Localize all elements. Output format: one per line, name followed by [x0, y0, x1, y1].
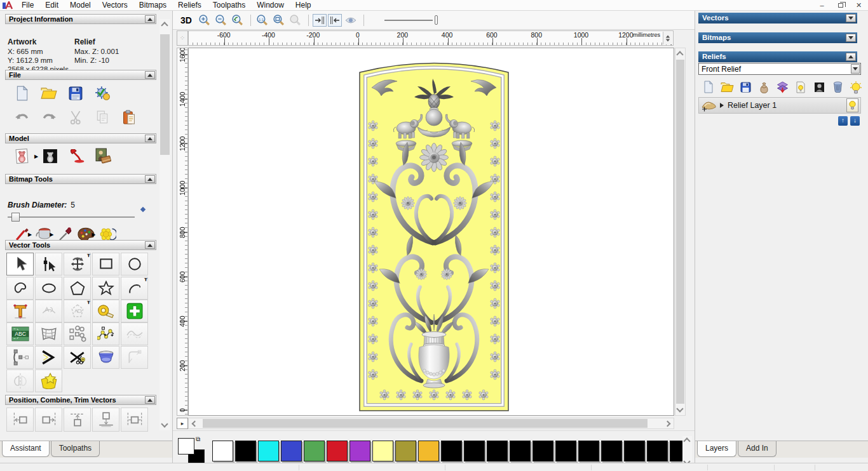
align-top-icon[interactable]	[64, 408, 91, 432]
primary-colour-swatch[interactable]	[178, 438, 194, 454]
delete-relief-layer-icon[interactable]	[829, 79, 846, 95]
relief-selector-dropdown[interactable]: Front Relief	[698, 63, 861, 75]
flyout-arrow-icon[interactable]: ▶	[34, 154, 38, 159]
cut-icon[interactable]	[66, 109, 85, 126]
slider-handle[interactable]	[11, 213, 20, 222]
measure-icon[interactable]	[92, 300, 119, 322]
tab-add-in[interactable]: Add In	[738, 441, 776, 457]
save-model-icon[interactable]	[66, 84, 85, 102]
preview-relief-layer-icon[interactable]	[792, 79, 809, 95]
set-model-size-icon[interactable]	[13, 147, 32, 165]
open-relief-layer-icon[interactable]	[719, 79, 735, 95]
scrollbar-thumb[interactable]	[676, 60, 684, 404]
layer-visibility-icon[interactable]	[846, 98, 858, 112]
scroll-right-icon[interactable]	[665, 421, 671, 427]
bitmaps-header[interactable]: Bitmaps	[698, 32, 857, 43]
undo-icon[interactable]	[13, 109, 32, 126]
vector-doctor-icon[interactable]	[121, 300, 148, 322]
trim-vectors-icon[interactable]	[64, 346, 91, 369]
offset-vectors-icon[interactable]	[121, 322, 148, 345]
create-text-icon[interactable]	[6, 300, 34, 322]
menu-item[interactable]: Window	[251, 0, 290, 10]
fit-curve-icon[interactable]	[92, 322, 119, 345]
scroll-up-icon[interactable]	[676, 51, 683, 58]
menu-item[interactable]: File	[16, 0, 39, 10]
collapse-model-button[interactable]	[145, 135, 155, 142]
zoom-out-icon[interactable]	[214, 13, 229, 27]
collapse-bitmap-tools-button[interactable]	[145, 175, 155, 183]
primary-secondary-colour[interactable]: ⧉	[178, 437, 207, 466]
palette-swatch[interactable]	[349, 441, 370, 461]
contrast-slider[interactable]	[384, 15, 438, 26]
relief-artwork[interactable]	[359, 51, 509, 411]
zoom-fit-icon[interactable]	[271, 13, 287, 27]
canvas-horizontal-scrollbar[interactable]	[188, 418, 674, 429]
minimize-icon[interactable]: –	[813, 0, 831, 10]
open-model-icon[interactable]	[39, 84, 58, 102]
block-copy-icon[interactable]	[64, 322, 91, 345]
create-polygon-icon[interactable]	[64, 277, 91, 300]
palette-flyout-arrow-icon[interactable]: ▶	[92, 232, 95, 237]
collapse-position-button[interactable]	[145, 396, 155, 404]
move-layer-down-icon[interactable]: ↓	[850, 116, 860, 126]
transform-vectors-icon[interactable]: Ŧ	[64, 253, 91, 275]
menu-item[interactable]: Edit	[39, 0, 64, 10]
menu-item[interactable]: Help	[290, 0, 317, 10]
palette-swatch[interactable]	[624, 441, 645, 461]
palette-swatch[interactable]	[212, 441, 233, 461]
tab-assistant[interactable]: Assistant	[2, 441, 50, 457]
palette-swatch[interactable]	[510, 441, 531, 461]
relief-selector-arrow-icon[interactable]	[851, 64, 860, 74]
save-relief-layer-icon[interactable]	[737, 79, 754, 95]
canvas-vertical-scrollbar[interactable]	[675, 48, 686, 416]
expand-bitmaps-icon[interactable]	[846, 34, 856, 42]
copy-icon[interactable]	[93, 109, 112, 126]
fillet-icon[interactable]	[121, 346, 148, 369]
expand-vectors-icon[interactable]	[846, 14, 856, 22]
palette-swatch[interactable]	[418, 441, 439, 461]
view-3d-button[interactable]: 3D	[180, 15, 192, 25]
brush-diameter-slider[interactable]	[8, 213, 135, 222]
model-options-icon[interactable]	[93, 84, 112, 102]
new-relief-layer-icon[interactable]	[700, 79, 717, 95]
greyscale-preview-icon[interactable]	[811, 79, 827, 95]
paint-flyout-arrow-icon[interactable]: ▶	[28, 232, 32, 237]
vectors-header[interactable]: Vectors	[698, 13, 857, 23]
mirror-vectors-icon[interactable]	[6, 369, 34, 392]
palette-swatch[interactable]	[304, 441, 325, 461]
scroll-down-icon[interactable]	[161, 420, 168, 427]
scroll-up-icon[interactable]	[683, 437, 690, 444]
greyscale-from-model-icon[interactable]	[41, 147, 60, 165]
palette-swatch[interactable]	[647, 441, 668, 461]
move-layer-up-icon[interactable]: ↑	[838, 116, 848, 126]
create-ellipse-icon[interactable]	[35, 277, 62, 300]
canvas-corner-button[interactable]: ▸	[177, 418, 188, 429]
menu-item[interactable]: Bitmaps	[133, 0, 172, 10]
ruler-units-dropdown[interactable]	[663, 32, 672, 44]
scroll-down-icon[interactable]	[676, 405, 683, 412]
zoom-1to1-icon[interactable]: 1:1	[255, 13, 270, 27]
assistant-scrollbar[interactable]	[159, 19, 170, 430]
text-on-curve-icon[interactable]	[35, 300, 62, 322]
palette-swatch[interactable]	[532, 441, 553, 461]
palette-swatch[interactable]	[464, 441, 485, 461]
zoom-object-icon[interactable]	[288, 13, 303, 27]
align-right-icon[interactable]	[35, 408, 62, 432]
restore-icon[interactable]	[831, 0, 850, 10]
menu-item[interactable]: Model	[64, 0, 97, 10]
lighting-icon[interactable]	[67, 147, 86, 165]
envelope-distortion-icon[interactable]	[35, 322, 62, 345]
flyout-diamond-icon[interactable]	[140, 207, 146, 212]
scrollbar-thumb[interactable]	[160, 34, 170, 155]
palette-swatch[interactable]	[372, 441, 393, 461]
paste-icon[interactable]	[119, 109, 139, 126]
align-left-icon[interactable]	[6, 408, 34, 432]
palette-swatch[interactable]	[578, 441, 599, 461]
menu-item[interactable]: Vectors	[97, 0, 133, 10]
create-rectangle-icon[interactable]	[92, 253, 119, 275]
collapse-project-info-button[interactable]	[145, 15, 155, 23]
scrollbar-thumb[interactable]	[203, 419, 648, 428]
merge-relief-layers-icon[interactable]	[774, 79, 790, 95]
fill-flyout-arrow-icon[interactable]: ▶	[50, 232, 53, 237]
palette-swatch[interactable]	[441, 441, 462, 461]
